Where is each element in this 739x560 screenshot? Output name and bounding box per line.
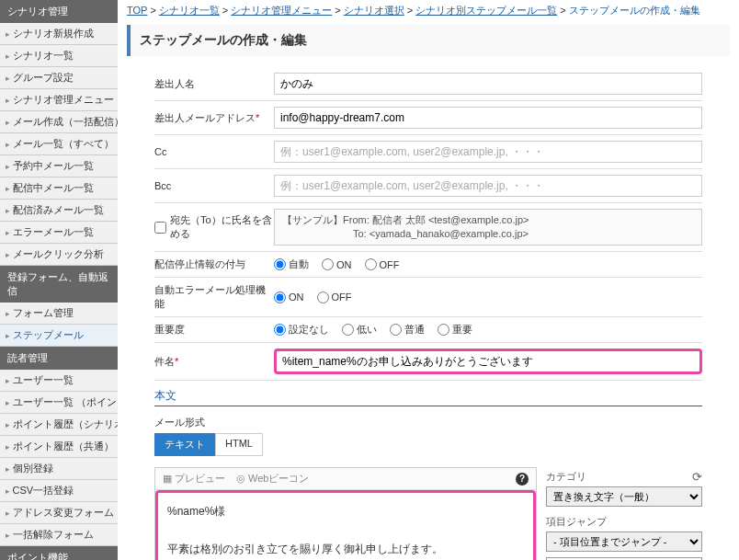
label-cc: Cc [154, 146, 274, 157]
radio-err[interactable]: OFF [317, 291, 352, 303]
include-name-sample: 【サンプル】From: 配信者 太郎 <test@example.co.jp> … [274, 209, 702, 246]
label-priority: 重要度 [154, 323, 274, 337]
preview-icon: ▦ [163, 473, 172, 485]
sidebar-item[interactable]: ポイント履歴（シナリオ別） [0, 414, 118, 436]
sidebar-item[interactable]: 配信中メール一覧 [0, 177, 118, 200]
sidebar-item[interactable]: CSV一括登録 [0, 480, 118, 502]
page-title: ステップメールの作成・編集 [127, 25, 730, 56]
variable-panel: カテゴリ⟳ 置き換え文字（一般） 項目ジャンプ - 項目位置までジャンプ - 🔍… [546, 467, 702, 560]
breadcrumb-link[interactable]: シナリオ別ステップメール一覧 [415, 5, 557, 16]
body-textarea[interactable]: %name%様 平素は格別のお引き立てを賜り厚く御礼申し上げます。 %item_… [155, 490, 536, 560]
radio-pri[interactable]: 重要 [438, 323, 472, 337]
breadcrumb-link[interactable]: シナリオ一覧 [159, 5, 220, 16]
radio-pri[interactable]: 低い [342, 323, 377, 337]
label-stop-info: 配信停止情報の付与 [154, 257, 274, 271]
sidebar-section: 読者管理 [0, 347, 118, 370]
label-auto-error: 自動エラーメール処理機能 [154, 283, 274, 311]
sidebar-item[interactable]: メールクリック分析 [0, 244, 118, 266]
radio-err[interactable]: ON [274, 291, 304, 303]
radio-stop[interactable]: 自動 [274, 257, 309, 271]
subject-input[interactable] [274, 349, 702, 374]
breadcrumb-link[interactable]: シナリオ選択 [344, 5, 404, 16]
category-select[interactable]: 置き換え文字（一般） [546, 486, 702, 507]
include-name-checkbox[interactable]: 宛先（To）に氏名を含める [154, 213, 274, 241]
sidebar-item[interactable]: 一括解除フォーム [0, 524, 118, 546]
jump-select[interactable]: - 項目位置までジャンプ - [546, 531, 702, 552]
breadcrumb: TOP>シナリオ一覧>シナリオ管理メニュー>シナリオ選択>シナリオ別ステップメー… [127, 0, 730, 21]
body-section-label: 本文 [154, 381, 702, 406]
help-icon[interactable]: ? [516, 473, 529, 486]
sidebar-item[interactable]: フォーム管理 [0, 303, 118, 325]
sidebar-item[interactable]: メール一覧（すべて） [0, 133, 118, 155]
sidebar-section: 登録フォーム、自動返信 [0, 266, 118, 303]
sender-email-input[interactable] [274, 107, 702, 129]
format-label: メール形式 [154, 417, 205, 428]
sidebar-item[interactable]: グループ設定 [0, 67, 118, 89]
editor-area: ▦プレビュー ◎Webビーコン ? %name%様 平素は格別のお引き立てを賜り… [154, 467, 537, 560]
label-bcc: Bcc [154, 180, 274, 191]
sidebar-item[interactable]: アドレス変更フォーム [0, 502, 118, 524]
sidebar-item[interactable]: ユーザー一覧 [0, 370, 118, 392]
radio-pri[interactable]: 普通 [390, 323, 425, 337]
radio-stop[interactable]: ON [322, 258, 352, 270]
sidebar-item[interactable]: ポイント履歴（共通） [0, 436, 118, 458]
refresh-icon[interactable]: ⟳ [692, 470, 702, 484]
breadcrumb-link[interactable]: シナリオ管理メニュー [231, 5, 332, 16]
radio-pri[interactable]: 設定なし [274, 323, 329, 337]
sender-name-input[interactable] [274, 73, 702, 95]
breadcrumb-current: ステップメールの作成・編集 [569, 5, 700, 16]
sidebar-item[interactable]: メール作成（一括配信） [0, 111, 118, 133]
sidebar-section: ポイント機能 [0, 546, 118, 560]
label-sender-name: 差出人名 [154, 77, 274, 91]
sidebar-item[interactable]: 配信済みメール一覧 [0, 200, 118, 222]
cc-input[interactable] [274, 141, 702, 163]
breadcrumb-link[interactable]: TOP [127, 5, 147, 16]
preview-button[interactable]: ▦プレビュー [163, 472, 225, 486]
web-beacon-button[interactable]: ◎Webビーコン [236, 472, 309, 486]
sidebar-item[interactable]: シナリオ一覧 [0, 45, 118, 67]
sidebar-section: シナリオ管理 [0, 0, 118, 23]
label-sender-email: 差出人メールアドレス* [154, 111, 274, 125]
sidebar-item[interactable]: 予約中メール一覧 [0, 155, 118, 177]
category-label: カテゴリ [546, 470, 586, 484]
bcc-input[interactable] [274, 175, 702, 197]
radio-stop[interactable]: OFF [365, 258, 400, 270]
main-content: TOP>シナリオ一覧>シナリオ管理メニュー>シナリオ選択>シナリオ別ステップメー… [118, 0, 739, 560]
tab-html[interactable]: HTML [215, 433, 263, 456]
sidebar-item[interactable]: ステップメール [0, 325, 118, 347]
beacon-icon: ◎ [236, 473, 245, 485]
sidebar-item[interactable]: エラーメール一覧 [0, 222, 118, 244]
tab-text[interactable]: テキスト [154, 433, 215, 456]
sidebar-item[interactable]: シナリオ管理メニュー [0, 89, 118, 111]
sidebar-item[interactable]: ユーザー一覧 （ポイント一括操作） [0, 392, 118, 414]
sidebar-item[interactable]: 個別登録 [0, 458, 118, 480]
label-subject: 件名* [154, 355, 274, 369]
sidebar: シナリオ管理シナリオ新規作成シナリオ一覧グループ設定シナリオ管理メニューメール作… [0, 0, 118, 560]
sidebar-item[interactable]: シナリオ新規作成 [0, 23, 118, 45]
jump-label: 項目ジャンプ [546, 515, 607, 529]
